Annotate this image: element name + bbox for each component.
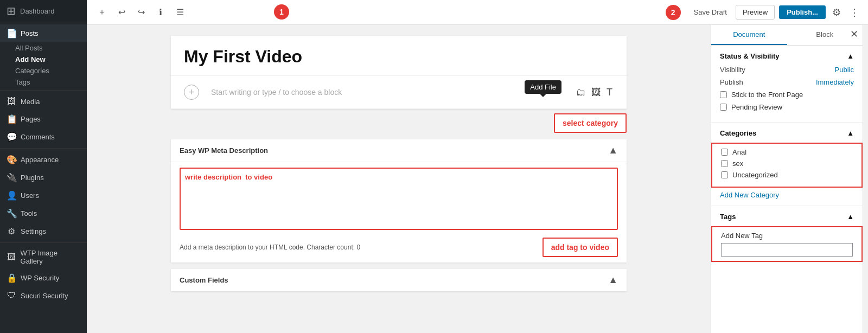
sidebar-item-users[interactable]: 👤 Users: [0, 187, 87, 204]
custom-fields-section: Custom Fields ▲: [171, 269, 627, 291]
meta-description-collapse-icon[interactable]: ▲: [608, 145, 618, 156]
sidebar-item-posts[interactable]: 📄 Posts: [0, 24, 87, 42]
category-item-uncategorized: Uncategorized: [721, 171, 853, 179]
post-title-input[interactable]: [184, 47, 614, 67]
info-button[interactable]: ℹ: [152, 4, 169, 21]
settings-icon: ⚙: [7, 226, 16, 236]
undo-button[interactable]: ↩: [113, 4, 130, 21]
sidebar-divider-1: [0, 90, 87, 91]
meta-description-title: Easy WP Meta Description: [180, 146, 268, 155]
tags-collapse[interactable]: ▲: [847, 213, 854, 221]
users-icon: 👤: [7, 190, 16, 201]
add-new-tag-label: Add New Tag: [721, 232, 853, 240]
editor-body-area: + Start writing or type / to choose a bl…: [171, 76, 627, 109]
sidebar-settings-label: Settings: [21, 227, 46, 235]
visibility-value[interactable]: Public: [835, 66, 854, 74]
meta-description-section: Easy WP Meta Description ▲ Add a meta de…: [171, 139, 627, 262]
panel-close-button[interactable]: ✕: [850, 28, 858, 40]
sidebar-item-plugins[interactable]: 🔌 Plugins: [0, 169, 87, 187]
sidebar-wp-security-label: WP Security: [21, 274, 59, 282]
sidebar: ⊞ Dashboard 📄 Posts All Posts Add New Ca…: [0, 0, 87, 333]
meta-description-input[interactable]: [183, 171, 615, 225]
media-icon: 🖼: [7, 97, 16, 106]
status-visibility-header: Status & Visibility ▲: [720, 52, 854, 60]
stick-front-page-row: Stick to the Front Page: [720, 91, 854, 99]
block-tools: 🗂 🖼 T: [575, 86, 614, 99]
meta-description-footer: Add a meta description to your HTML code…: [171, 235, 627, 262]
sidebar-pages-label: Pages: [21, 115, 41, 123]
redo-button[interactable]: ↪: [132, 4, 150, 21]
select-category-annotation: select category: [554, 113, 627, 133]
category-anal-checkbox[interactable]: [721, 149, 728, 156]
add-block-button[interactable]: ＋: [93, 4, 111, 21]
block-tool-folder[interactable]: 🗂: [575, 86, 587, 99]
sidebar-item-pages[interactable]: 📋 Pages: [0, 110, 87, 128]
status-visibility-collapse[interactable]: ▲: [847, 52, 854, 60]
category-uncategorized-checkbox[interactable]: [721, 171, 728, 178]
sidebar-item-tags[interactable]: Tags: [0, 76, 87, 88]
sidebar-item-settings[interactable]: ⚙ Settings: [0, 222, 87, 240]
add-block-inline-button[interactable]: +: [184, 85, 199, 100]
publish-value[interactable]: Immediately: [816, 78, 854, 86]
sidebar-comments-label: Comments: [21, 133, 55, 141]
scroll-bar[interactable]: [863, 25, 868, 333]
sidebar-sucuri-label: Sucuri Security: [21, 292, 68, 300]
categories-list: Anal sex Uncategorized: [711, 143, 863, 188]
sidebar-item-tools[interactable]: 🔧 Tools: [0, 204, 87, 222]
sidebar-item-all-posts[interactable]: All Posts: [0, 42, 87, 54]
sidebar-users-label: Users: [21, 191, 39, 200]
panel-tabs: Document Block ✕: [711, 25, 863, 46]
right-panel: Document Block ✕ Status & Visibility ▲ V…: [711, 25, 863, 333]
pending-review-checkbox[interactable]: [720, 104, 727, 111]
preview-button[interactable]: Preview: [736, 5, 775, 20]
posts-icon: 📄: [7, 28, 16, 39]
custom-fields-title: Custom Fields: [180, 276, 228, 284]
wp-logo-icon: ⊞: [7, 4, 16, 17]
stick-front-page-checkbox[interactable]: [720, 91, 727, 98]
sidebar-item-sucuri[interactable]: 🛡 Sucuri Security: [0, 287, 87, 304]
toolbar-right-actions: 2 Save Draft Preview Publish... ⚙ ⋮: [666, 4, 861, 21]
tags-title: Tags: [720, 213, 736, 221]
sidebar-logo[interactable]: ⊞ Dashboard: [0, 0, 87, 22]
sidebar-item-media[interactable]: 🖼 Media: [0, 93, 87, 110]
publish-button[interactable]: Publish...: [779, 5, 826, 19]
more-options-button[interactable]: ⋮: [847, 4, 861, 21]
editor-title-area: [171, 36, 627, 76]
list-view-button[interactable]: ☰: [171, 4, 189, 21]
sidebar-item-comments[interactable]: 💬 Comments: [0, 128, 87, 146]
settings-gear-button[interactable]: ⚙: [830, 4, 843, 21]
sucuri-icon: 🛡: [7, 291, 16, 300]
publish-label: Publish: [720, 78, 743, 86]
tools-icon: 🔧: [7, 208, 16, 219]
categories-collapse[interactable]: ▲: [847, 129, 854, 137]
sidebar-plugins-label: Plugins: [21, 174, 44, 182]
sidebar-item-wtp-gallery[interactable]: 🖼 WTP Image Gallery: [0, 245, 87, 269]
block-tool-image[interactable]: 🖼: [590, 86, 602, 99]
categories-header: Categories ▲: [720, 129, 854, 137]
visibility-row: Visibility Public: [720, 66, 854, 74]
save-draft-button[interactable]: Save Draft: [690, 6, 731, 18]
sidebar-divider-2: [0, 148, 87, 149]
sidebar-logo-text: Dashboard: [20, 7, 55, 15]
sidebar-item-add-new[interactable]: Add New: [0, 54, 87, 65]
sidebar-item-categories[interactable]: Categories: [0, 65, 87, 76]
sidebar-item-appearance[interactable]: 🎨 Appearance: [0, 151, 87, 169]
sidebar-posts-label: Posts: [21, 29, 39, 37]
top-toolbar: ＋ ↩ ↪ ℹ ☰ 1 2 Save Draft Preview Publish…: [87, 0, 868, 25]
sidebar-divider-3: [0, 242, 87, 243]
add-new-category-link[interactable]: Add New Category: [720, 191, 779, 199]
sidebar-item-wp-security[interactable]: 🔒 WP Security: [0, 269, 87, 287]
pages-icon: 📋: [7, 114, 16, 124]
block-tool-text[interactable]: T: [605, 86, 614, 99]
content-area: + Start writing or type / to choose a bl…: [87, 25, 868, 333]
tag-input[interactable]: [721, 243, 853, 257]
category-anal-label: Anal: [732, 148, 746, 156]
categories-section: Categories ▲ Anal sex Uncategorized: [711, 123, 863, 206]
publish-row: Publish Immediately: [720, 78, 854, 86]
custom-fields-collapse-icon[interactable]: ▲: [608, 274, 618, 286]
plugins-icon: 🔌: [7, 172, 16, 183]
category-sex-checkbox[interactable]: [721, 160, 728, 167]
tab-document[interactable]: Document: [711, 25, 787, 45]
meta-description-body: [171, 162, 627, 235]
meta-textarea-wrapper: [180, 168, 618, 230]
